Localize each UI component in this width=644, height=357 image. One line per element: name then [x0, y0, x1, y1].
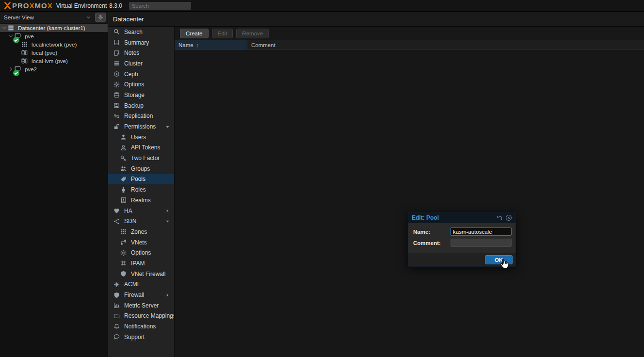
- gear-icon: [120, 250, 128, 256]
- menu-item-label: Realms: [131, 197, 151, 204]
- book-icon: [113, 39, 121, 46]
- menu-item-acme[interactable]: ACME: [108, 279, 174, 290]
- online-check-icon: [13, 70, 17, 74]
- node-icon: [15, 66, 22, 72]
- tree-item-pve2[interactable]: pve2: [0, 65, 108, 73]
- menu-item-realms[interactable]: Realms: [108, 195, 174, 206]
- remove-button[interactable]: Remove: [236, 29, 269, 38]
- menu-item-sdn[interactable]: SDN: [108, 216, 174, 227]
- menu-item-label: VNets: [131, 239, 147, 246]
- menu-item-api-tokens[interactable]: API Tokens: [108, 143, 174, 153]
- undo-icon[interactable]: [496, 214, 503, 221]
- menu-item-firewall[interactable]: Firewall: [108, 290, 174, 300]
- menu-item-users[interactable]: Users: [108, 132, 174, 143]
- user-o-icon: [120, 145, 128, 151]
- grid-header: Name↑Comment: [175, 40, 644, 50]
- menu-item-label: HA: [124, 208, 132, 214]
- menu-item-cluster[interactable]: Cluster: [108, 58, 174, 69]
- cluster-icon: [113, 60, 121, 66]
- menu-item-ceph[interactable]: Ceph: [108, 69, 174, 80]
- menu-item-label: Support: [124, 334, 145, 341]
- menu-item-label: Summary: [124, 39, 149, 46]
- menu-item-roles[interactable]: Roles: [108, 184, 174, 195]
- field-row-name: Name:kasm-autoscale: [413, 227, 512, 236]
- menu-item-label: Pools: [131, 176, 145, 182]
- edit-button[interactable]: Edit: [212, 29, 233, 38]
- sdn-icon: [113, 218, 121, 225]
- tree-item-local-lvm-pve[interactable]: local-lvm (pve): [0, 57, 108, 65]
- shield-icon: [120, 271, 128, 277]
- field-label: Name:: [413, 229, 451, 235]
- search-input[interactable]: [129, 2, 191, 10]
- menu-item-pools[interactable]: Pools: [108, 174, 174, 185]
- field-label: Comment:: [413, 240, 451, 246]
- tree-item-datacenter-kasm-cluster1[interactable]: Datacenter (kasm-cluster1): [0, 24, 108, 32]
- menu-item-support[interactable]: Support: [108, 332, 174, 342]
- ok-button[interactable]: OK: [485, 255, 513, 264]
- nameinput[interactable]: kasm-autoscale: [451, 227, 512, 236]
- chart-icon: [113, 302, 121, 308]
- page-title: Datacenter: [108, 12, 644, 27]
- menu-item-two-factor[interactable]: Two Factor: [108, 153, 174, 163]
- dialog-header[interactable]: Edit: Pool: [408, 212, 515, 223]
- expand-arrow-icon[interactable]: [165, 293, 170, 297]
- menu-item-vnets[interactable]: VNets: [108, 237, 174, 248]
- menu-item-zones[interactable]: Zones: [108, 227, 174, 237]
- tree-item-local-pve[interactable]: local (pve): [0, 49, 108, 57]
- menu-item-resource-mappings[interactable]: Resource Mappings: [108, 311, 174, 322]
- close-icon[interactable]: [505, 214, 512, 221]
- grid9-icon: [120, 228, 128, 235]
- resource-tree: Datacenter (kasm-cluster1)pvelocalnetwor…: [0, 23, 108, 357]
- menu-item-notes[interactable]: Notes: [108, 48, 174, 58]
- column-header-comment[interactable]: Comment: [247, 40, 644, 49]
- menu-item-label: Backup: [124, 102, 144, 109]
- menu-item-backup[interactable]: Backup: [108, 100, 174, 111]
- menu-item-options[interactable]: Options: [108, 247, 174, 258]
- create-button[interactable]: Create: [180, 29, 209, 38]
- expander-open-icon[interactable]: [2, 25, 8, 31]
- node-icon: [15, 33, 22, 39]
- menu-item-replication[interactable]: Replication: [108, 111, 174, 122]
- heart-icon: [113, 208, 121, 214]
- menu-item-vnet-firewall[interactable]: VNet Firewall: [108, 269, 174, 279]
- commentinput[interactable]: [451, 239, 512, 247]
- grid9-icon: [21, 41, 29, 48]
- dialog-footer: OK: [408, 253, 515, 266]
- view-selector-label: Server View: [4, 15, 34, 20]
- online-check-icon: [13, 37, 17, 41]
- product-name: Virtual Environment: [56, 2, 107, 9]
- menu-item-label: IPAM: [131, 260, 145, 267]
- menu-item-notifications[interactable]: Notifications: [108, 321, 174, 332]
- menu-item-permissions[interactable]: Permissions: [108, 121, 174, 132]
- collapse-arrow-icon[interactable]: [165, 219, 170, 224]
- folder-icon: [113, 313, 121, 319]
- expander-spacer: [16, 58, 21, 64]
- menu-item-search[interactable]: Search: [108, 27, 174, 37]
- tree-settings-button[interactable]: [95, 13, 106, 22]
- note-icon: [113, 50, 121, 56]
- dialog-title: Edit: Pool: [412, 214, 494, 221]
- chevron-down-icon: [86, 15, 91, 20]
- input-value: kasm-autoscale: [453, 229, 492, 235]
- menu-item-label: Options: [124, 81, 144, 88]
- column-header-name[interactable]: Name↑: [175, 40, 247, 49]
- menu-item-metric-server[interactable]: Metric Server: [108, 300, 174, 311]
- expand-arrow-icon[interactable]: [165, 209, 170, 213]
- menu-item-label: Options: [131, 249, 151, 256]
- tree-item-label: pve2: [25, 66, 37, 72]
- menu-item-label: ACME: [124, 281, 141, 288]
- menu-item-summary[interactable]: Summary: [108, 37, 174, 48]
- database-icon: [113, 92, 121, 98]
- menu-item-ipam[interactable]: IPAM: [108, 258, 174, 269]
- tree-item-label: local-lvm (pve): [32, 58, 68, 64]
- collapse-arrow-icon[interactable]: [165, 125, 170, 129]
- menu-item-label: Groups: [131, 165, 150, 172]
- db-panel-icon: [21, 58, 29, 64]
- menu-item-options[interactable]: Options: [108, 79, 174, 90]
- menu-item-groups[interactable]: Groups: [108, 163, 174, 174]
- menu-item-storage[interactable]: Storage: [108, 90, 174, 100]
- edit-pool-dialog: Edit: Pool Name:kasm-autoscaleComment: O…: [408, 212, 516, 267]
- tree-item-pve[interactable]: pve: [0, 32, 108, 40]
- menu-item-ha[interactable]: HA: [108, 206, 174, 216]
- view-selector[interactable]: Server View: [4, 13, 95, 22]
